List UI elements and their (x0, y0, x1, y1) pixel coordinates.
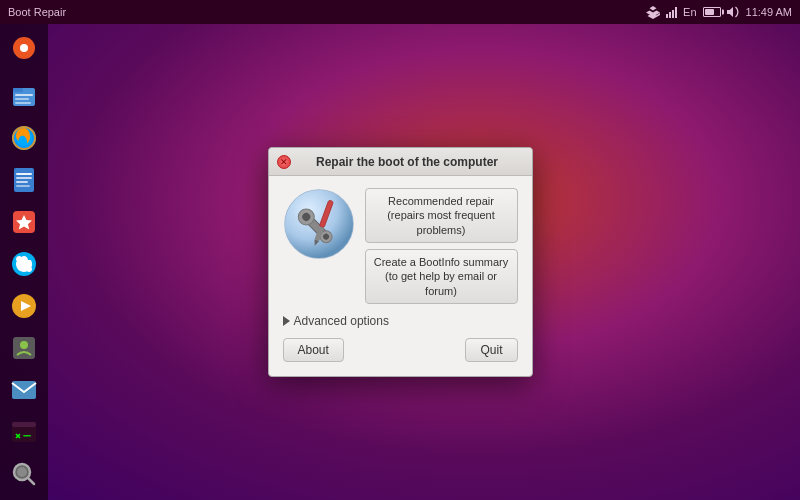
advanced-options-toggle[interactable]: Advanced options (283, 314, 518, 328)
dialog-overlay: ✕ Repair the boot of the computer (0, 24, 800, 500)
bootinfo-summary-button[interactable]: Create a BootInfo summary (to get help b… (365, 249, 518, 304)
advanced-options-arrow-icon (283, 316, 290, 326)
advanced-options-label: Advanced options (294, 314, 389, 328)
dialog-content: Recommended repair (repairs most frequen… (283, 188, 518, 304)
bootinfo-line1: Create a BootInfo summary (374, 256, 509, 268)
dialog-titlebar: ✕ Repair the boot of the computer (269, 148, 532, 176)
titlebar-left: Boot Repair (0, 6, 66, 18)
dialog-buttons: Recommended repair (repairs most frequen… (365, 188, 518, 304)
dialog-close-button[interactable]: ✕ (277, 155, 291, 169)
boot-repair-dialog: ✕ Repair the boot of the computer (268, 147, 533, 377)
titlebar: Boot Repair En (0, 0, 800, 24)
keyboard-layout-icon[interactable]: En (683, 6, 696, 18)
recommended-repair-line1: Recommended repair (388, 195, 494, 207)
recommended-repair-button[interactable]: Recommended repair (repairs most frequen… (365, 188, 518, 243)
system-clock[interactable]: 11:49 AM (746, 6, 792, 18)
bootinfo-line2: (to get help by email or forum) (385, 270, 497, 296)
dropbox-tray-icon[interactable] (646, 5, 660, 19)
about-button[interactable]: About (283, 338, 344, 362)
titlebar-right: En 11:49 AM (646, 5, 800, 19)
desktop: Boot Repair En (0, 0, 800, 500)
battery-icon[interactable] (703, 7, 721, 17)
network-signal-icon[interactable] (666, 6, 677, 18)
dialog-title: Repair the boot of the computer (291, 155, 524, 169)
dialog-footer: About Quit (283, 338, 518, 362)
app-title: Boot Repair (8, 6, 66, 18)
recommended-repair-line2: (repairs most frequent problems) (387, 209, 495, 235)
volume-icon[interactable] (727, 6, 740, 18)
repair-icon (283, 188, 355, 260)
dialog-body: Recommended repair (repairs most frequen… (269, 176, 532, 376)
quit-button[interactable]: Quit (465, 338, 517, 362)
